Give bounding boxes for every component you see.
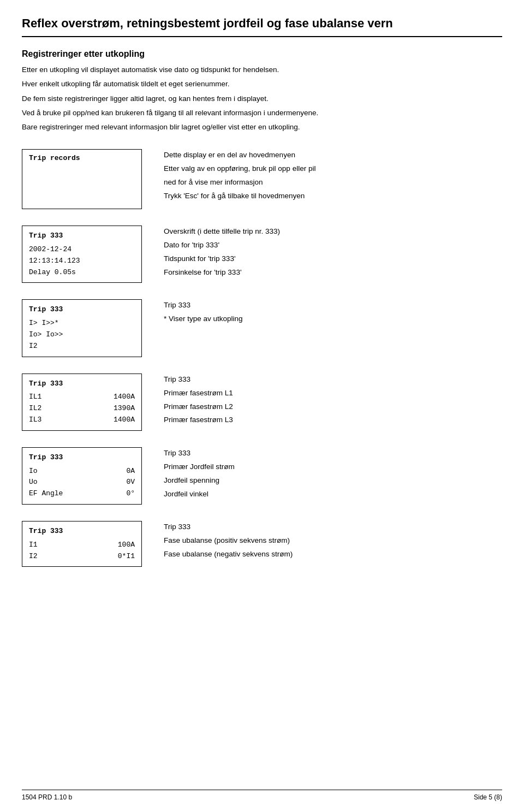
trip-box-1: Trip 333 2002-12-24 12:13:14.123 Delay 0… — [22, 226, 142, 283]
main-title: Reflex overstrøm, retningsbestemt jordfe… — [22, 16, 502, 37]
trip-box-1-desc-area: Overskrift (i dette tilfelle trip nr. 33… — [164, 226, 502, 280]
trip-box-2-desc-area: Trip 333 * Viser type av utkopling — [164, 299, 502, 327]
trip-box-4-label-0: Io — [29, 466, 38, 477]
trip-box-1-label-1: 12:13:14.123 — [29, 256, 80, 267]
footer-left: 1504 PRD 1.10 b — [22, 793, 72, 801]
trip-box-4-desc-2: Jordfeil vinkel — [164, 488, 502, 501]
trip-box-1-row-0: 2002-12-24 — [29, 244, 135, 256]
trip-box-3-desc-title: Trip 333 — [164, 374, 502, 386]
trip-box-1-desc-1: Tidspunkt for 'trip 333' — [164, 253, 502, 265]
trip-box-4-label-2: EF Angle — [29, 488, 63, 500]
trip-box-2-label-1: Io> Io>> — [29, 329, 63, 341]
trip-box-2-section: Trip 333 I> I>>* Io> Io>> I2 Trip 333 * … — [22, 299, 502, 357]
trip-box-4-row-0: Io 0A — [29, 466, 135, 477]
content-area: Trip records Dette display er en del av … — [22, 149, 502, 583]
trip-box-5-title: Trip 333 — [29, 526, 135, 537]
trip-box-5-desc-area: Trip 333 Fase ubalanse (positiv sekvens … — [164, 521, 502, 562]
trip-box-3-label-2: IL3 — [29, 414, 41, 426]
trip-box-3-section: Trip 333 IL1 1400A IL2 1390A IL3 1400A T… — [22, 374, 502, 431]
trip-box-2-row-1: Io> Io>> — [29, 329, 135, 341]
trip-records-box: Trip records — [22, 149, 142, 209]
trip-box-5-desc-title: Trip 333 — [164, 521, 502, 534]
trip-box-3-row-1: IL2 1390A — [29, 403, 135, 414]
trip-box-4-row-1: Uo 0V — [29, 477, 135, 488]
trip-box-5-value-1: 0*I1 — [118, 551, 135, 562]
trip-box-3-value-2: 1400A — [114, 414, 135, 426]
trip-records-desc-1: Etter valg av en oppføring, bruk pil opp… — [164, 163, 502, 175]
trip-box-4-desc-title: Trip 333 — [164, 447, 502, 460]
trip-box-4-value-0: 0A — [126, 466, 135, 477]
trip-box-3-label-0: IL1 — [29, 392, 41, 403]
trip-box-5-value-0: 100A — [118, 540, 135, 551]
trip-box-3-desc-0: Primær fasestrøm L1 — [164, 387, 502, 400]
trip-box-2-title: Trip 333 — [29, 304, 135, 316]
section-heading: Registreringer etter utkopling — [22, 49, 502, 59]
trip-box-1-title: Trip 333 — [29, 230, 135, 242]
trip-box-3-desc-area: Trip 333 Primær fasestrøm L1 Primær fase… — [164, 374, 502, 428]
trip-box-3-row-0: IL1 1400A — [29, 392, 135, 403]
intro-p4: Ved å bruke pil opp/ned kan brukeren få … — [22, 108, 502, 118]
trip-box-4-desc-area: Trip 333 Primær Jordfeil strøm Jordfeil … — [164, 447, 502, 502]
trip-box-5: Trip 333 I1 100A I2 0*I1 — [22, 521, 142, 567]
trip-box-4-value-1: 0V — [126, 477, 135, 488]
trip-box-2-label-0: I> I>>* — [29, 318, 59, 329]
trip-box-5-desc-0: Fase ubalanse (positiv sekvens strøm) — [164, 535, 502, 547]
trip-box-3: Trip 333 IL1 1400A IL2 1390A IL3 1400A — [22, 374, 142, 431]
trip-box-4-value-2: 0° — [126, 488, 135, 500]
trip-box-4-row-2: EF Angle 0° — [29, 488, 135, 500]
trip-box-1-label-0: 2002-12-24 — [29, 244, 72, 256]
trip-box-3-value-0: 1400A — [114, 392, 135, 403]
trip-box-4-desc-0: Primær Jordfeil strøm — [164, 461, 502, 473]
trip-box-2-row-0: I> I>>* — [29, 318, 135, 329]
trip-records-description: Dette display er en del av hovedmenyen E… — [164, 149, 502, 204]
trip-box-1-row-1: 12:13:14.123 — [29, 256, 135, 267]
trip-box-2-desc-title: Trip 333 — [164, 299, 502, 312]
trip-box-1-section: Trip 333 2002-12-24 12:13:14.123 Delay 0… — [22, 226, 502, 283]
trip-box-5-row-0: I1 100A — [29, 540, 135, 551]
trip-box-1-desc-2: Forsinkelse for 'trip 333' — [164, 266, 502, 279]
footer-right: Side 5 (8) — [474, 793, 502, 801]
trip-box-1-label-2: Delay 0.05s — [29, 267, 76, 278]
trip-box-2-desc-0: * Viser type av utkopling — [164, 313, 502, 325]
intro-p3: De fem siste registreringer ligger altid… — [22, 93, 502, 104]
trip-box-3-label-1: IL2 — [29, 403, 41, 414]
page-footer: 1504 PRD 1.10 b Side 5 (8) — [22, 790, 502, 801]
trip-box-4-desc-1: Jordfeil spenning — [164, 475, 502, 487]
intro-p2: Hver enkelt utkopling får automatisk til… — [22, 79, 502, 90]
trip-box-2: Trip 333 I> I>>* Io> Io>> I2 — [22, 299, 142, 357]
trip-box-5-desc-1: Fase ubalanse (negativ sekvens strøm) — [164, 548, 502, 561]
trip-box-3-row-2: IL3 1400A — [29, 414, 135, 426]
trip-records-desc-0: Dette display er en del av hovedmenyen — [164, 149, 502, 162]
trip-box-5-row-1: I2 0*I1 — [29, 551, 135, 562]
trip-box-3-desc-1: Primær fasestrøm L2 — [164, 401, 502, 413]
trip-box-1-desc-title: Overskrift (i dette tilfelle trip nr. 33… — [164, 226, 502, 238]
intro-p1: Etter en utkopling vil displayet automat… — [22, 64, 502, 75]
intro-text: Etter en utkopling vil displayet automat… — [22, 64, 502, 133]
trip-box-4-section: Trip 333 Io 0A Uo 0V EF Angle 0° Trip 33… — [22, 447, 502, 505]
trip-box-2-row-2: I2 — [29, 341, 135, 352]
trip-records-desc-2: ned for å vise mer informasjon — [164, 176, 502, 189]
trip-records-label: Trip records — [29, 154, 80, 162]
trip-box-4: Trip 333 Io 0A Uo 0V EF Angle 0° — [22, 447, 142, 505]
trip-box-5-section: Trip 333 I1 100A I2 0*I1 Trip 333 Fase u… — [22, 521, 502, 567]
trip-box-4-label-1: Uo — [29, 477, 38, 488]
intro-p5: Bare registreringer med relevant informa… — [22, 122, 502, 133]
trip-records-desc-3: Trykk 'Esc' for å gå tilbake til hovedme… — [164, 190, 502, 203]
trip-box-3-title: Trip 333 — [29, 378, 135, 390]
trip-box-2-label-2: I2 — [29, 341, 38, 352]
page-wrapper: Reflex overstrøm, retningsbestemt jordfe… — [0, 0, 524, 616]
trip-box-5-label-1: I2 — [29, 551, 38, 562]
trip-records-section: Trip records Dette display er en del av … — [22, 149, 502, 209]
trip-box-1-desc-0: Dato for 'trip 333' — [164, 239, 502, 252]
trip-box-3-value-1: 1390A — [114, 403, 135, 414]
trip-box-5-label-0: I1 — [29, 540, 38, 551]
trip-box-1-row-2: Delay 0.05s — [29, 267, 135, 278]
trip-box-3-desc-2: Primær fasestrøm L3 — [164, 414, 502, 426]
trip-box-4-title: Trip 333 — [29, 452, 135, 464]
